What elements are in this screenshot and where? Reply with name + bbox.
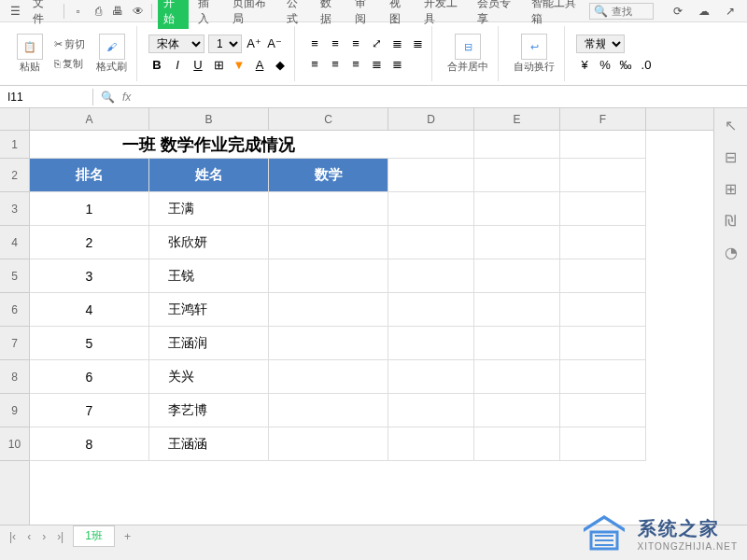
cell-rank[interactable]: 2	[30, 226, 149, 259]
cell-math[interactable]	[269, 327, 388, 360]
col-header-e[interactable]: E	[474, 108, 560, 130]
row-header-1[interactable]: 1	[0, 131, 29, 159]
cell[interactable]	[388, 394, 474, 427]
currency-icon[interactable]: ¥	[576, 57, 593, 74]
font-color-icon[interactable]: A	[251, 57, 268, 74]
italic-icon[interactable]: I	[169, 57, 186, 74]
col-header-b[interactable]: B	[149, 108, 269, 130]
cell-math[interactable]	[269, 226, 388, 259]
col-header-a[interactable]: A	[30, 108, 149, 130]
merge-button[interactable]: ⊟ 合并居中	[444, 30, 492, 77]
cell-name[interactable]: 李艺博	[149, 394, 269, 427]
chart-icon[interactable]: ₪	[722, 211, 740, 230]
cursor-icon[interactable]: ↖	[722, 116, 740, 134]
nav-first-icon[interactable]: |‹	[7, 530, 18, 543]
save-icon[interactable]: ⎙	[90, 2, 106, 21]
cell-name[interactable]: 王满	[149, 192, 269, 226]
cell[interactable]	[560, 360, 646, 394]
cells-area[interactable]: 一班 数学作业完成情况 排名 姓名 数学 1王满 2张欣妍 3王锐 4王鸿轩 5…	[30, 131, 713, 461]
distribute-icon[interactable]: ≣	[388, 56, 405, 73]
tab-page-layout[interactable]: 页面布局	[227, 0, 277, 29]
cell-rank[interactable]: 8	[30, 427, 149, 461]
cell[interactable]	[388, 327, 474, 360]
fill-color-icon[interactable]: ▼	[231, 57, 247, 74]
cell[interactable]	[388, 226, 474, 259]
tab-dev-tools[interactable]: 开发工具	[418, 0, 469, 29]
cell-rank[interactable]: 1	[30, 192, 149, 226]
row-header-10[interactable]: 10	[0, 427, 29, 461]
cell[interactable]	[560, 394, 646, 427]
cell[interactable]	[474, 327, 560, 360]
cell[interactable]	[560, 226, 646, 259]
copy-button[interactable]: ⎘复制	[50, 55, 89, 73]
export-icon[interactable]: ↗	[721, 2, 740, 21]
cell[interactable]	[388, 293, 474, 327]
tab-view[interactable]: 视图	[384, 0, 415, 29]
cell[interactable]	[474, 427, 560, 461]
tab-smart-tools[interactable]: 智能工具箱	[526, 0, 585, 29]
nav-last-icon[interactable]: ›|	[55, 530, 65, 543]
cell[interactable]	[388, 259, 474, 293]
cell-name[interactable]: 王鸿轩	[149, 293, 269, 327]
cell[interactable]	[474, 394, 560, 427]
file-menu[interactable]: 文件	[27, 0, 58, 29]
cell-math[interactable]	[269, 259, 388, 293]
wrap-button[interactable]: ↩ 自动换行	[510, 30, 558, 77]
cell[interactable]	[474, 259, 560, 293]
tab-insert[interactable]: 插入	[192, 0, 223, 29]
cell-rank[interactable]: 6	[30, 360, 149, 394]
cell[interactable]	[388, 159, 474, 192]
new-icon[interactable]: ▫	[70, 2, 86, 21]
number-format-select[interactable]: 常规	[576, 35, 625, 53]
cell-rank[interactable]: 7	[30, 394, 149, 427]
preview-icon[interactable]: 👁	[130, 2, 146, 21]
highlight-icon[interactable]: ◆	[272, 57, 289, 74]
search-input[interactable]	[612, 6, 649, 17]
row-header-3[interactable]: 3	[0, 192, 29, 226]
cell-math[interactable]	[269, 394, 388, 427]
indent-left-icon[interactable]: ≣	[388, 35, 405, 52]
cell[interactable]	[474, 226, 560, 259]
cell-name[interactable]: 王涵润	[149, 327, 269, 360]
row-header-4[interactable]: 4	[0, 226, 29, 259]
sliders-icon[interactable]: ⊟	[722, 147, 740, 166]
cell-rank[interactable]: 4	[30, 293, 149, 327]
orientation-icon[interactable]: ⤢	[368, 35, 385, 52]
align-top-icon[interactable]: ≡	[306, 35, 323, 52]
cell-name[interactable]: 王涵涵	[149, 427, 269, 461]
print-icon[interactable]: 🖶	[110, 2, 126, 21]
cell-math[interactable]	[269, 293, 388, 327]
cut-button[interactable]: ✂剪切	[50, 35, 89, 53]
cell-math[interactable]	[269, 360, 388, 394]
cell[interactable]	[474, 192, 560, 226]
paste-button[interactable]: 📋 粘贴	[13, 30, 47, 77]
cell[interactable]	[474, 159, 560, 192]
palette-icon[interactable]: ◔	[722, 243, 740, 261]
cell[interactable]	[560, 192, 646, 226]
properties-icon[interactable]: ⊞	[722, 179, 740, 198]
percent-icon[interactable]: %	[597, 57, 613, 74]
row-header-8[interactable]: 8	[0, 360, 29, 394]
decrease-decimal-icon[interactable]: .0	[638, 57, 655, 74]
col-header-d[interactable]: D	[388, 108, 474, 130]
tab-member[interactable]: 会员专享	[472, 0, 522, 29]
fx-label[interactable]: fx	[122, 91, 131, 104]
row-header-5[interactable]: 5	[0, 259, 29, 293]
align-middle-icon[interactable]: ≡	[327, 35, 344, 52]
align-bottom-icon[interactable]: ≡	[347, 35, 364, 52]
cell-name[interactable]: 关兴	[149, 360, 269, 394]
cell-name[interactable]: 王锐	[149, 259, 269, 293]
tab-data[interactable]: 数据	[315, 0, 345, 29]
cell[interactable]	[474, 360, 560, 394]
cell-math[interactable]	[269, 192, 388, 226]
header-rank[interactable]: 排名	[30, 159, 149, 192]
font-select[interactable]: 宋体	[148, 35, 204, 53]
cell-name[interactable]: 张欣妍	[149, 226, 269, 259]
bold-icon[interactable]: B	[148, 57, 165, 74]
search-function-icon[interactable]: 🔍	[101, 91, 115, 104]
cell[interactable]	[388, 427, 474, 461]
justify-icon[interactable]: ≣	[368, 56, 385, 73]
share-icon[interactable]: ☁	[695, 2, 713, 21]
comma-icon[interactable]: ‰	[617, 57, 634, 74]
cell[interactable]	[474, 293, 560, 327]
